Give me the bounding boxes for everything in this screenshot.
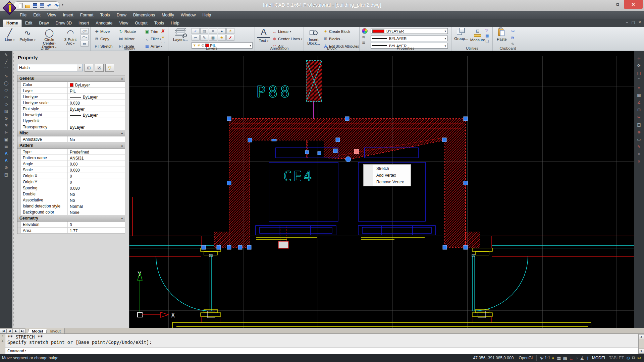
color-wheel-icon[interactable] <box>362 28 368 34</box>
paste-button[interactable]: Paste <box>494 28 509 41</box>
layer-match-icon[interactable]: ≔ <box>192 35 200 41</box>
match-properties-icon[interactable]: ✎ <box>511 42 515 47</box>
copy-clipboard-icon[interactable]: ⧉ <box>511 36 515 40</box>
group-button[interactable]: Group... <box>453 28 469 41</box>
layer-delete-icon[interactable]: ✗ <box>226 35 234 41</box>
multiline-tool-icon[interactable]: ☰ <box>4 144 8 148</box>
line-tool-icon[interactable]: ╱ <box>5 60 7 64</box>
grid-toggle-icon[interactable]: ▩ <box>563 356 567 361</box>
polyline-button[interactable]: ∿ Polyline ▾ <box>18 28 37 42</box>
layers-button[interactable]: Layers... <box>171 28 190 42</box>
corner-tool-icon[interactable]: ◰ <box>637 123 641 127</box>
scroll-up-icon[interactable]: ▲ <box>639 334 644 339</box>
freehand-tool-icon[interactable]: ∿ <box>4 74 8 78</box>
horizontal-scrollbar[interactable] <box>64 328 644 334</box>
layer-edit-icon[interactable]: ✎ <box>200 35 208 41</box>
circle-tool-icon[interactable]: ◯ <box>4 81 8 85</box>
tab-output[interactable]: Output <box>131 20 151 27</box>
workspace-icon[interactable]: ⧉ <box>632 355 635 361</box>
dot-tool-icon[interactable]: ⌑ <box>638 152 640 156</box>
column-block[interactable] <box>306 60 322 102</box>
threshold-box[interactable] <box>278 241 288 248</box>
tab-annotate[interactable]: Annotate <box>92 20 116 27</box>
rect-tool-icon[interactable]: ▭ <box>4 95 8 99</box>
command-history[interactable]: ** STRETCH ** Specify stretch point or [… <box>5 334 638 348</box>
arc-tool-icon[interactable]: ⌒ <box>4 67 8 71</box>
menu-format[interactable]: Format <box>77 12 97 18</box>
section-misc[interactable]: Misc▴ <box>17 130 125 136</box>
first-sheet-icon[interactable]: |◀ <box>0 328 6 334</box>
status-scale[interactable]: 1:1 <box>545 356 550 360</box>
spline-tool-icon[interactable]: ≋ <box>4 123 8 127</box>
model-space-toggle[interactable]: MODEL <box>592 356 606 360</box>
menu-help[interactable]: Help <box>199 12 214 18</box>
otrack-toggle-icon[interactable]: ∡ <box>580 356 584 361</box>
tab-view[interactable]: View <box>116 20 131 27</box>
ray-tool-icon[interactable]: ⌲ <box>5 130 8 134</box>
restore-button[interactable]: ⧉ <box>611 0 624 9</box>
rectangle-icon[interactable]: ▭ <box>80 41 89 47</box>
text-tool-icon[interactable]: A <box>5 152 8 156</box>
target-tool-icon[interactable]: ⌖ <box>638 86 640 90</box>
table-tool-icon[interactable]: ▤ <box>4 173 8 177</box>
pen-tool-icon[interactable]: ✎ <box>637 145 641 149</box>
close-button[interactable]: ✕ <box>624 0 643 9</box>
linear-dim-button[interactable]: ↔Linear▾ <box>272 28 291 35</box>
section-general[interactable]: General▴ <box>17 75 125 82</box>
furniture-left[interactable] <box>256 226 336 235</box>
cut-icon[interactable]: ✂ <box>511 29 515 34</box>
ellipse-tool-icon[interactable]: ⬭ <box>4 88 8 92</box>
close-tool-icon[interactable]: ✕ <box>637 160 641 164</box>
center-lines-button[interactable]: ⊕Center Lines▾ <box>272 36 302 42</box>
command-scrollbar[interactable]: ▲ ▼ <box>638 334 644 354</box>
next-sheet-icon[interactable]: ▶ <box>13 328 19 334</box>
quick-group-icon[interactable]: ▦ <box>485 34 489 38</box>
layer-star-icon[interactable]: ★ <box>218 35 226 41</box>
arc-tool-icon[interactable]: ◠▾ <box>80 35 89 40</box>
hatch-tool-icon[interactable]: ▨ <box>4 109 8 113</box>
filter-icon[interactable]: ▽ <box>485 28 489 33</box>
linetype-dropdown[interactable]: BYLAYER ▾ <box>371 36 448 41</box>
menu-modify[interactable]: Modify <box>159 12 177 18</box>
layer-on-icon[interactable]: ☀ <box>226 28 234 34</box>
prev-sheet-icon[interactable]: ◀ <box>6 328 13 334</box>
app-logo-icon[interactable] <box>2 1 17 17</box>
context-item-add-vertex[interactable]: Add Vertex <box>364 172 411 179</box>
lineweight-icon[interactable]: ≣ <box>362 41 368 45</box>
tab-tools[interactable]: Tools <box>151 20 167 27</box>
label-p88[interactable]: P88 <box>256 83 292 101</box>
tab-edit[interactable]: Edit <box>22 20 36 27</box>
menu-dimensions[interactable]: Dimensions <box>130 12 158 18</box>
point-tool-icon[interactable]: ⊙ <box>4 116 8 120</box>
menu-edit[interactable]: Edit <box>30 12 44 18</box>
blocks-button[interactable]: ⊞Blocks... <box>323 36 343 42</box>
annotation-visibility-icon[interactable]: ✦ <box>551 356 555 361</box>
mirror-button[interactable]: ⋈Mirror <box>118 36 135 42</box>
frame-tool-icon[interactable]: ⊞ <box>637 108 641 112</box>
section-geometry[interactable]: Geometry▴ <box>17 215 125 222</box>
polar-toggle-icon[interactable]: ◔ <box>576 356 578 361</box>
ortho-toggle-icon[interactable]: ∟ <box>569 356 574 361</box>
mdi-close-icon[interactable]: ✕ <box>638 20 641 24</box>
create-block-button[interactable]: ✦Create Block <box>323 28 350 35</box>
annotation-scale-icon[interactable]: Ψ <box>540 356 544 361</box>
region-tool-icon[interactable]: ▣ <box>4 137 8 141</box>
layer-check-icon[interactable]: ✓ <box>192 28 200 34</box>
context-item-stretch[interactable]: Stretch <box>364 165 411 172</box>
rotate-button[interactable]: ↻Rotate <box>118 28 136 35</box>
tab-draw3d[interactable]: Draw 3D <box>52 20 75 27</box>
color-dropdown[interactable]: BYLAYER ▾ <box>371 28 448 34</box>
command-close-icon[interactable]: × <box>2 335 4 338</box>
join-icon[interactable]: ⌒ <box>159 41 167 47</box>
tab-layout[interactable]: layout <box>46 329 65 333</box>
section-pattern[interactable]: Pattern▴ <box>17 142 125 149</box>
mdi-minimize-icon[interactable]: – <box>626 20 628 24</box>
insert-block-button[interactable]: InsertBlock... <box>306 28 321 45</box>
menu-draw[interactable]: Draw <box>114 12 129 18</box>
line-button[interactable]: ╱ Line ▾ <box>2 28 17 42</box>
layer-set-icon[interactable]: ▤ <box>200 28 208 34</box>
tab-help[interactable]: Help <box>167 20 183 27</box>
polygon-tool-icon[interactable]: ◇ <box>5 102 8 106</box>
explode-icon[interactable]: ✶ <box>159 35 167 40</box>
mtext-tool-icon[interactable]: A <box>5 159 8 163</box>
